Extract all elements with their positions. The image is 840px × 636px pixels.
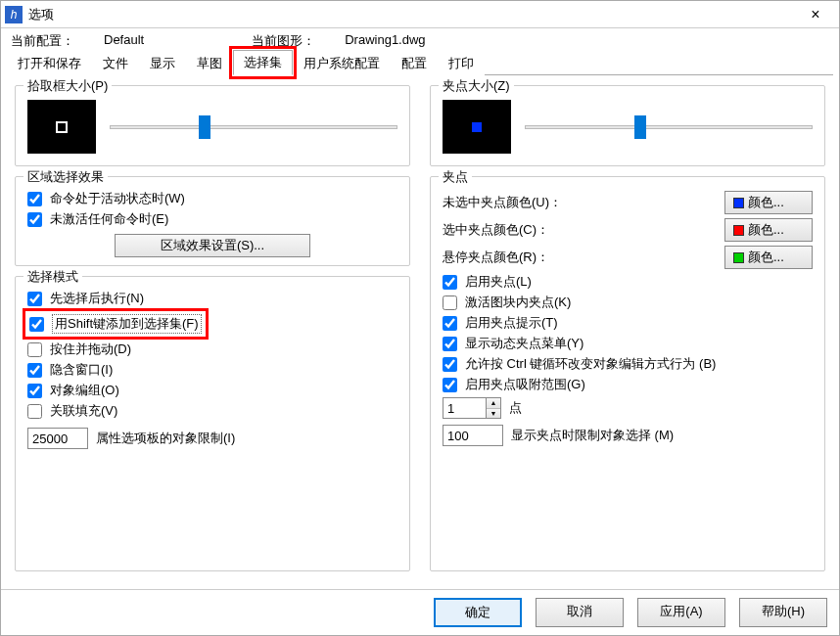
select-mode-checkbox-0[interactable] — [27, 292, 42, 306]
chk-grip-menu-label: 显示动态夹点菜单(Y) — [465, 335, 583, 352]
hover-grip-label: 悬停夹点颜色(R)： — [443, 249, 724, 266]
hover-color-swatch — [733, 252, 744, 263]
tab-0[interactable]: 打开和保存 — [7, 51, 92, 75]
spin-down-icon[interactable]: ▼ — [487, 409, 500, 419]
gripsize-slider[interactable] — [525, 116, 813, 138]
chk-grip-snap-label: 启用夹点吸附范围(G) — [465, 376, 585, 393]
cancel-button[interactable]: 取消 — [536, 598, 624, 627]
select-mode-item-5[interactable]: 关联填充(V) — [27, 402, 397, 420]
select-mode-label-0: 先选择后执行(N) — [50, 290, 144, 307]
slider-track — [525, 125, 813, 129]
close-icon[interactable]: × — [796, 1, 835, 27]
chk-enable-grips[interactable] — [443, 275, 457, 290]
current-drawing-label: 当前图形： — [252, 32, 315, 50]
selected-grip-color-button[interactable]: 颜色... — [724, 218, 813, 242]
pickbox-preview — [27, 100, 96, 154]
gripsize-legend: 夹点大小(Z) — [439, 77, 514, 95]
select-mode-label-1: 用Shift键添加到选择集(F) — [52, 314, 202, 334]
area-effect-group: 区域选择效果 命令处于活动状态时(W) 未激活任何命令时(E) 区域效果设置(S… — [15, 176, 410, 266]
tab-5[interactable]: 用户系统配置 — [293, 51, 391, 75]
select-mode-item-3[interactable]: 隐含窗口(I) — [27, 361, 397, 379]
pickbox-legend: 拾取框大小(P) — [23, 77, 112, 95]
dialog-footer: 确定 取消 应用(A) 帮助(H) — [1, 589, 839, 635]
selected-color-swatch — [733, 225, 744, 236]
slider-thumb[interactable] — [199, 115, 210, 139]
chk-grip-menu[interactable] — [443, 337, 457, 351]
chk-active-cmd-label: 命令处于活动状态时(W) — [50, 190, 185, 207]
select-mode-group: 选择模式 先选择后执行(N)用Shift键添加到选择集(F)按住并拖动(D)隐含… — [15, 276, 410, 571]
select-mode-items: 先选择后执行(N)用Shift键添加到选择集(F)按住并拖动(D)隐含窗口(I)… — [27, 290, 397, 420]
grip-fill-icon — [472, 122, 482, 132]
chk-block-grips-label: 激活图块内夹点(K) — [465, 294, 571, 311]
grip-limit-input[interactable]: 100 — [443, 425, 503, 446]
select-mode-item-2[interactable]: 按住并拖动(D) — [27, 341, 397, 358]
grip-point-value[interactable]: 1 — [443, 397, 486, 419]
obj-limit-input[interactable]: 25000 — [27, 428, 88, 449]
current-config-label: 当前配置： — [11, 32, 74, 50]
spin-up-icon[interactable]: ▲ — [487, 398, 500, 409]
tab-4[interactable]: 选择集 — [233, 50, 293, 75]
chk-active-cmd-row[interactable]: 命令处于活动状态时(W) — [27, 190, 397, 207]
slider-thumb[interactable] — [634, 115, 646, 139]
right-column: 夹点大小(Z) 夹点 未选中夹点颜色(U)： — [430, 85, 825, 581]
window-title: 选项 — [28, 6, 796, 23]
selected-grip-label: 选中夹点颜色(C)： — [443, 221, 724, 239]
grip-limit-label: 显示夹点时限制对象选择 (M) — [511, 427, 674, 444]
current-drawing-value: Drawing1.dwg — [345, 32, 425, 50]
select-mode-item-0[interactable]: 先选择后执行(N) — [27, 290, 397, 307]
tab-1[interactable]: 文件 — [92, 51, 139, 75]
select-mode-checkbox-2[interactable] — [27, 342, 42, 357]
grips-legend: 夹点 — [439, 168, 472, 186]
area-effect-legend: 区域选择效果 — [23, 168, 108, 186]
tab-6[interactable]: 配置 — [391, 51, 438, 75]
chk-no-cmd[interactable] — [27, 212, 42, 227]
chk-active-cmd[interactable] — [27, 192, 42, 206]
chk-grip-tips[interactable] — [443, 316, 457, 331]
select-mode-item-1[interactable]: 用Shift键添加到选择集(F) — [27, 313, 204, 335]
grip-point-label: 点 — [509, 399, 522, 417]
select-mode-label-4: 对象编组(O) — [50, 382, 119, 399]
current-config-value: Default — [104, 32, 144, 50]
apply-button[interactable]: 应用(A) — [637, 598, 725, 627]
pickbox-slider[interactable] — [110, 116, 397, 138]
help-button[interactable]: 帮助(H) — [739, 598, 827, 627]
options-dialog: h 选项 × 当前配置： Default 当前图形： Drawing1.dwg … — [0, 0, 840, 636]
tab-2[interactable]: 显示 — [139, 51, 186, 75]
hover-grip-color-button[interactable]: 颜色... — [724, 246, 813, 269]
app-icon: h — [5, 6, 23, 23]
chk-block-grips[interactable] — [443, 295, 457, 310]
chk-ctrl-cycle-label: 允许按 Ctrl 键循环改变对象编辑方式行为 (B) — [465, 355, 716, 373]
grips-group: 夹点 未选中夹点颜色(U)： 颜色... 选中夹点颜色(C)： 颜色... — [430, 176, 825, 571]
titlebar: h 选项 × — [1, 1, 839, 28]
slider-track — [110, 125, 397, 129]
chk-no-cmd-label: 未激活任何命令时(E) — [50, 210, 168, 228]
ok-button[interactable]: 确定 — [434, 598, 522, 627]
config-info-row: 当前配置： Default 当前图形： Drawing1.dwg — [1, 28, 839, 52]
select-mode-legend: 选择模式 — [23, 268, 82, 286]
area-effect-settings-button[interactable]: 区域效果设置(S)... — [115, 234, 310, 257]
unselected-grip-label: 未选中夹点颜色(U)： — [443, 194, 724, 211]
chk-no-cmd-row[interactable]: 未激活任何命令时(E) — [27, 210, 397, 228]
chk-enable-grips-label: 启用夹点(L) — [465, 273, 532, 291]
select-mode-checkbox-4[interactable] — [27, 384, 42, 398]
grip-point-spinner[interactable]: 1 ▲ ▼ — [443, 397, 501, 419]
select-mode-label-3: 隐含窗口(I) — [50, 361, 113, 379]
select-mode-checkbox-5[interactable] — [27, 404, 42, 419]
unselected-grip-color-button[interactable]: 颜色... — [724, 191, 813, 214]
select-mode-checkbox-1[interactable] — [29, 317, 44, 332]
select-mode-label-5: 关联填充(V) — [50, 402, 117, 420]
select-mode-checkbox-3[interactable] — [27, 363, 42, 378]
grip-preview — [443, 100, 511, 154]
select-mode-item-4[interactable]: 对象编组(O) — [27, 382, 397, 399]
obj-limit-label: 属性选项板的对象限制(I) — [96, 430, 235, 447]
unselected-color-swatch — [733, 198, 744, 208]
chk-grip-tips-label: 启用夹点提示(T) — [465, 314, 558, 332]
tab-content: 拾取框大小(P) 区域选择效果 命令处于活动状态时(W) — [1, 75, 839, 589]
tab-3[interactable]: 草图 — [186, 51, 233, 75]
tab-7[interactable]: 打印 — [438, 51, 485, 75]
chk-grip-snap[interactable] — [443, 378, 457, 392]
tab-strip: 打开和保存文件显示草图选择集用户系统配置配置打印 — [7, 52, 833, 75]
chk-ctrl-cycle[interactable] — [443, 357, 457, 372]
pickbox-outline-icon — [56, 121, 68, 133]
gripsize-group: 夹点大小(Z) — [430, 85, 825, 166]
